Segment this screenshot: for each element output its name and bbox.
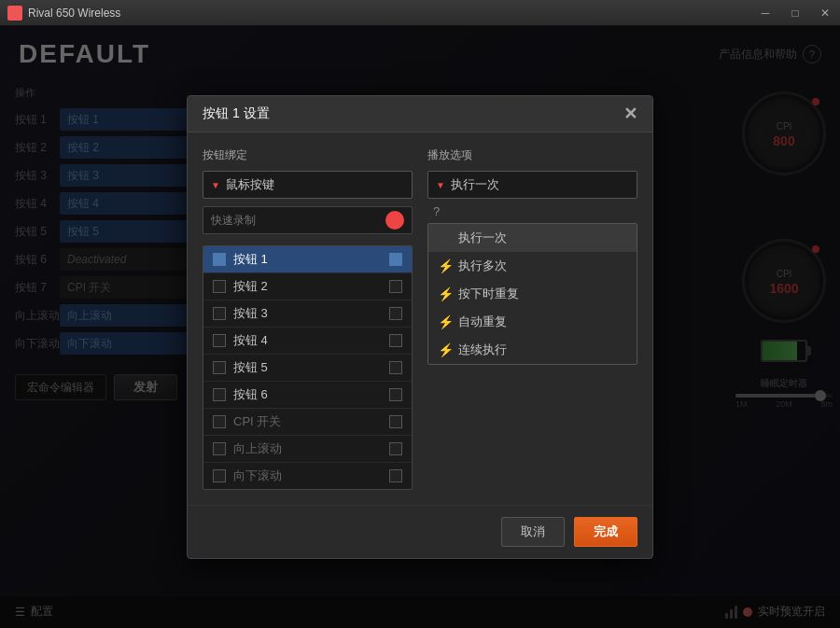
modal-footer: 取消 完成: [188, 505, 652, 558]
list-item-cpi[interactable]: CPI 开关: [203, 409, 412, 436]
item-text-1: 按钮 1: [233, 251, 382, 268]
dropdown-text-3: 自动重复: [458, 314, 507, 330]
list-item-scroll-down[interactable]: 向下滚动: [203, 463, 412, 489]
binding-panel: 按钮绑定 ▼ 鼠标按键 按钮 1: [203, 147, 413, 490]
list-item-btn5[interactable]: 按钮 5: [203, 355, 412, 382]
item-checkbox-4: [213, 334, 226, 347]
item-checkbox-6: [213, 388, 226, 401]
item-text-3: 按钮 3: [233, 305, 382, 322]
item-checkbox-2: [213, 280, 226, 293]
binding-type-select[interactable]: ▼ 鼠标按键: [203, 171, 413, 199]
modal-header: 按钮 1 设置 ✕: [188, 96, 652, 133]
list-item-btn1[interactable]: 按钮 1: [203, 246, 412, 273]
playback-selected-value: 执行一次: [451, 176, 499, 193]
item-text-scroll-down: 向下滚动: [233, 468, 382, 484]
item-checkbox-3: [213, 307, 226, 320]
item-text-5: 按钮 5: [233, 359, 382, 376]
list-item-scroll-up[interactable]: 向上滚动: [203, 436, 412, 463]
item-checkbox-5: [213, 361, 226, 374]
cancel-button[interactable]: 取消: [501, 517, 565, 547]
list-item-btn3[interactable]: 按钮 3: [203, 300, 412, 328]
minimize-button[interactable]: ─: [750, 0, 780, 26]
modal-overlay: 按钮 1 设置 ✕ 按钮绑定 ▼ 鼠标按键: [0, 26, 840, 628]
item-text-2: 按钮 2: [233, 278, 382, 295]
dropdown-text-2: 按下时重复: [458, 286, 519, 302]
playback-type-select[interactable]: ▼ 执行一次: [427, 171, 637, 199]
maximize-button[interactable]: □: [780, 0, 810, 26]
item-text-4: 按钮 4: [233, 332, 382, 349]
item-check-right-scroll-down: [389, 469, 402, 482]
playback-panel-title: 播放选项: [427, 147, 637, 163]
list-item-btn6[interactable]: 按钮 6: [203, 382, 412, 409]
binding-type-value: 鼠标按键: [226, 176, 274, 193]
titlebar: Rival 650 Wireless ─ □ ✕: [0, 0, 840, 26]
item-check-right-3: [389, 307, 402, 320]
record-button[interactable]: [385, 211, 404, 230]
binding-panel-title: 按钮绑定: [203, 147, 413, 163]
playback-help-icon[interactable]: ?: [433, 204, 440, 218]
app-window: DEFAULT 产品信息和帮助 ? 操作 按钮 1 按钮 1 按钮 2 按钮 2…: [0, 26, 840, 628]
dropdown-item-continuous[interactable]: ⚡ 连续执行: [428, 336, 637, 364]
dropdown-text-4: 连续执行: [458, 342, 507, 358]
modal-close-button[interactable]: ✕: [623, 105, 637, 122]
list-item-btn4[interactable]: 按钮 4: [203, 328, 412, 355]
binding-select-arrow: ▼: [211, 180, 220, 190]
playback-panel: 播放选项 ▼ 执行一次 ? ⚡ 执行一次: [427, 147, 637, 490]
playback-dropdown: ⚡ 执行一次 ⚡ 执行多次 ⚡ 按下时重复 ⚡: [427, 223, 637, 365]
item-check-right-5: [389, 361, 402, 374]
playback-select-arrow: ▼: [436, 180, 445, 190]
dropdown-item-once[interactable]: ⚡ 执行一次: [428, 224, 637, 252]
titlebar-text: Rival 650 Wireless: [28, 7, 120, 20]
modal-body: 按钮绑定 ▼ 鼠标按键 按钮 1: [188, 133, 652, 505]
quick-record-input[interactable]: [211, 214, 378, 227]
item-check-right-2: [389, 280, 402, 293]
item-text-cpi: CPI 开关: [233, 413, 382, 430]
bolt-icon-4: ⚡: [438, 342, 453, 357]
item-check-right-6: [389, 388, 402, 401]
dropdown-item-multi[interactable]: ⚡ 执行多次: [428, 252, 637, 280]
item-checkbox-scroll-down: [213, 469, 226, 482]
quick-record-area: [203, 206, 413, 234]
dropdown-text-0: 执行一次: [458, 230, 507, 246]
close-button[interactable]: ✕: [810, 0, 840, 26]
modal-title: 按钮 1 设置: [203, 105, 270, 122]
dropdown-item-auto[interactable]: ⚡ 自动重复: [428, 308, 637, 336]
list-item-btn2[interactable]: 按钮 2: [203, 273, 412, 300]
item-check-right-1: [389, 253, 402, 266]
item-text-scroll-up: 向上滚动: [233, 440, 382, 457]
window-controls: ─ □ ✕: [750, 0, 840, 26]
item-checkbox-cpi: [213, 415, 226, 428]
bolt-icon-3: ⚡: [438, 314, 453, 329]
item-text-6: 按钮 6: [233, 386, 382, 403]
button-list: 按钮 1 按钮 2 按钮 3: [203, 245, 413, 490]
modal-dialog: 按钮 1 设置 ✕ 按钮绑定 ▼ 鼠标按键: [187, 95, 653, 559]
dropdown-text-1: 执行多次: [458, 258, 507, 274]
confirm-button[interactable]: 完成: [574, 517, 637, 547]
item-checkbox-1: [213, 253, 226, 266]
item-check-right-4: [389, 334, 402, 347]
bolt-icon-1: ⚡: [438, 258, 453, 273]
bolt-icon-0: ⚡: [438, 230, 453, 245]
bolt-icon-2: ⚡: [438, 286, 453, 301]
item-check-right-scroll-up: [389, 442, 402, 455]
item-checkbox-scroll-up: [213, 442, 226, 455]
item-check-right-cpi: [389, 415, 402, 428]
app-icon: [7, 6, 22, 21]
dropdown-item-hold[interactable]: ⚡ 按下时重复: [428, 280, 637, 308]
